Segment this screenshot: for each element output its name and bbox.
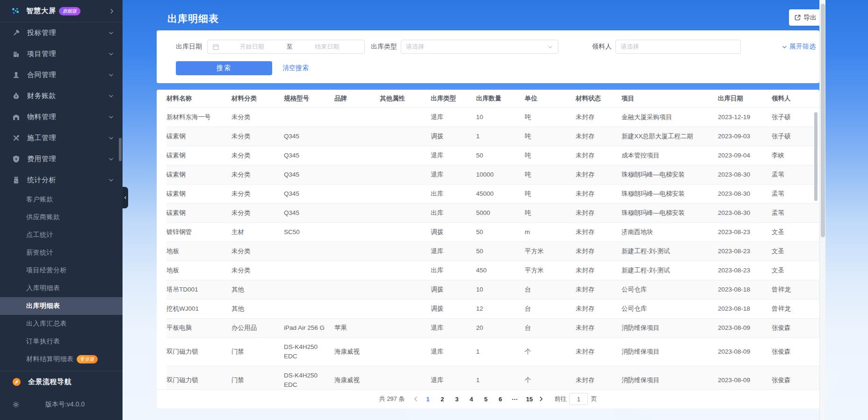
table-cell: 50 — [476, 222, 525, 242]
sidebar-subitem-customer-accounts[interactable]: 客户账款 — [0, 191, 123, 208]
page-scrollbar[interactable] — [819, 0, 825, 420]
page-ellipsis-button[interactable]: ··· — [508, 393, 521, 406]
table-cell: 未分类 — [231, 165, 284, 184]
table-cell: 10 — [476, 107, 525, 127]
table-cell: 10 — [476, 280, 525, 299]
page-button-15[interactable]: 15 — [523, 393, 535, 406]
table-cell: 2023-08-18 — [718, 280, 772, 299]
sidebar-item-statistics[interactable]: 统计分析 — [0, 170, 123, 191]
table-row: 地板未分类退库50平方米未封存新建工程-刘-测试2023-08-23文圣 — [166, 242, 819, 261]
sidebar-subitem-salary-stats[interactable]: 薪资统计 — [0, 244, 123, 262]
sidebar-item-finance[interactable]: ¥财务账款 — [0, 85, 123, 107]
table-cell: 主材 — [231, 222, 284, 242]
search-button[interactable]: 搜索 — [176, 61, 272, 75]
sidebar-subitem-label: 材料结算明细表 — [26, 355, 74, 363]
table-cell: 未分类 — [231, 146, 284, 165]
table-cell: 未封存 — [576, 337, 622, 366]
table-cell: 文圣 — [772, 261, 819, 280]
table-scrollbar-thumb[interactable] — [814, 112, 817, 201]
page-button-6[interactable]: 6 — [494, 393, 506, 406]
sidebar-item-expense[interactable]: ¥费用管理 — [0, 149, 123, 170]
sidebar-item-label: 财务账款 — [27, 92, 56, 100]
page-button-4[interactable]: 4 — [465, 393, 477, 406]
sidebar-subitem-material-settlement[interactable]: 材料结算明细表专业版 — [0, 350, 123, 368]
table-cell — [284, 107, 334, 127]
chevron-down-icon — [108, 177, 114, 183]
sidebar-logo[interactable]: 智慧大屏 旗舰版 — [0, 0, 123, 22]
table-cell: 地板 — [166, 242, 231, 261]
main-area: 出库明细表 导出 出库日期 开始日期 至 结束日期 出库类型 请选择 领料人 — [123, 0, 868, 420]
material-picker-select[interactable]: 请选择 — [615, 40, 741, 54]
sidebar-item-material[interactable]: 物料管理 — [0, 107, 123, 128]
sidebar-subitem-inout-summary[interactable]: 出入库汇总表 — [0, 315, 123, 333]
sidebar-subitem-order-execution[interactable]: 订单执行表 — [0, 333, 123, 350]
sidebar-item-contract[interactable]: 合同管理 — [0, 64, 123, 85]
date-start-placeholder: 开始日期 — [219, 43, 285, 51]
sidebar: 智慧大屏 旗舰版 投标管理项目管理合同管理¥财务账款物料管理施工管理¥费用管理统… — [0, 0, 123, 420]
sidebar-item-panorama[interactable]: 全景流程导航 — [0, 371, 123, 392]
export-icon — [794, 14, 801, 21]
table-cell: 2023-08-30 — [718, 165, 772, 184]
sidebar-item-label: 投标管理 — [27, 28, 56, 37]
column-header: 材料名称 — [166, 90, 231, 107]
table-row: 碳素钢未分类Q345退库10000吨未封存珠穆朗玛峰—电梯安装2023-08-3… — [166, 165, 819, 184]
table-cell: 调拨 — [431, 299, 476, 318]
sidebar-subitem-daywork-stats[interactable]: 点工统计 — [0, 226, 123, 244]
sidebar-item-construction[interactable]: 施工管理 — [0, 128, 123, 149]
table-cell — [380, 318, 431, 337]
table-cell: 2023-08-09 — [718, 318, 772, 337]
building-icon — [12, 50, 20, 58]
version-row: 版本号:v4.0.0 — [0, 392, 123, 417]
sidebar-subitem-project-analysis[interactable]: 项目经营分析 — [0, 262, 123, 279]
table-cell — [334, 184, 380, 203]
table-cell: Q345 — [284, 165, 334, 184]
sidebar-item-project[interactable]: 项目管理 — [0, 43, 123, 64]
goto-page-input[interactable] — [569, 393, 588, 405]
table-cell: 门禁 — [231, 366, 284, 389]
table-viewport: 材料名称材料分类规格型号品牌其他属性出库类型出库数量单位材料状态项目出库日期领料… — [157, 90, 819, 389]
table-cell: 12 — [476, 299, 525, 318]
chevron-right-icon — [108, 8, 115, 14]
table-cell: 张子硕 — [772, 127, 819, 146]
table-cell: 10000 — [476, 165, 525, 184]
export-button[interactable]: 导出 — [789, 9, 822, 26]
next-page-button[interactable] — [538, 396, 544, 402]
gear-icon[interactable] — [12, 401, 20, 408]
table-cell: 未分类 — [231, 184, 284, 203]
chevron-down-icon — [108, 93, 114, 99]
expand-filters-link[interactable]: 展开筛选 — [781, 43, 816, 51]
sidebar-subitem-outbound-detail[interactable]: 出库明细表 — [0, 297, 123, 315]
table-cell: 未封存 — [576, 318, 622, 337]
table-cell — [380, 203, 431, 222]
outbound-type-select[interactable]: 请选择 — [401, 40, 558, 54]
jar-icon — [12, 176, 20, 184]
table-cell: 曾祥龙 — [772, 280, 819, 299]
sidebar-subitem-inbound-detail[interactable]: 入库明细表 — [0, 279, 123, 297]
table-row: 碳素钢未分类Q345退库50吨未封存成本管控项目2023-09-04李峡 — [166, 146, 819, 165]
logo-dots-icon — [11, 7, 20, 15]
filter-card: 出库日期 开始日期 至 结束日期 出库类型 请选择 领料人 请选择 — [157, 30, 819, 83]
page-button-3[interactable]: 3 — [450, 393, 463, 406]
column-header: 规格型号 — [284, 90, 334, 107]
page-title: 出库明细表 — [167, 12, 219, 25]
sidebar-item-tender[interactable]: 投标管理 — [0, 22, 123, 43]
table-cell: DS-K4H250 EDC — [284, 337, 334, 366]
sidebar-collapse-handle[interactable] — [123, 187, 128, 208]
sidebar-scrollbar-thumb[interactable] — [119, 138, 122, 161]
date-range-input[interactable]: 开始日期 至 结束日期 — [207, 40, 365, 54]
clear-search-link[interactable]: 清空搜索 — [282, 64, 309, 72]
table-cell: 平板电脑 — [166, 318, 231, 337]
table-cell: SC50 — [284, 222, 334, 242]
table-cell — [380, 242, 431, 261]
sidebar-subitem-supplier-accounts[interactable]: 供应商账款 — [0, 208, 123, 226]
page-button-1[interactable]: 1 — [421, 393, 434, 406]
table-cell: 张俊森 — [772, 366, 819, 389]
page-button-2[interactable]: 2 — [436, 393, 448, 406]
gavel-icon — [12, 29, 20, 37]
prev-page-button[interactable] — [412, 396, 419, 402]
page-button-5[interactable]: 5 — [479, 393, 492, 406]
table-cell: 碳素钢 — [166, 165, 231, 184]
page-scrollbar-thumb[interactable] — [821, 4, 825, 237]
table-card: 材料名称材料分类规格型号品牌其他属性出库类型出库数量单位材料状态项目出库日期领料… — [157, 90, 819, 408]
table-cell — [380, 366, 431, 389]
